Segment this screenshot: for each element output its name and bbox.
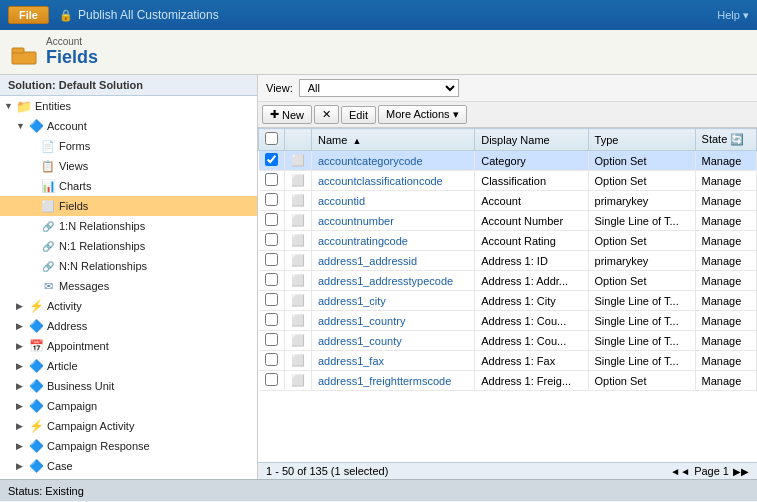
row-display-name: Account	[475, 191, 588, 211]
more-actions-button[interactable]: More Actions ▾	[378, 105, 467, 124]
row-checkbox[interactable]	[265, 253, 278, 266]
row-state: Manage	[695, 291, 756, 311]
page-text: Page 1	[694, 465, 729, 477]
expand-appointment: ▶	[16, 341, 28, 351]
range-text: 1 - 50 of 135 (1 selected)	[266, 465, 388, 477]
table-row[interactable]: ⬜accountidAccountprimarykeyManage	[259, 191, 757, 211]
row-field-name[interactable]: address1_freighttermscode	[312, 371, 475, 391]
edit-button[interactable]: Edit	[341, 106, 376, 124]
row-checkbox[interactable]	[265, 293, 278, 306]
sidebar-label-n1-rel: N:1 Relationships	[59, 240, 145, 252]
row-field-name[interactable]: address1_country	[312, 311, 475, 331]
row-checkbox[interactable]	[265, 313, 278, 326]
file-button[interactable]: File	[8, 6, 49, 24]
row-display-name: Category	[475, 151, 588, 171]
sidebar-item-fields[interactable]: ⬜ Fields	[0, 196, 257, 216]
sidebar-item-charts[interactable]: 📊 Charts	[0, 176, 257, 196]
sidebar-item-appointment[interactable]: ▶ 📅 Appointment	[0, 336, 257, 356]
sidebar-item-views[interactable]: 📋 Views	[0, 156, 257, 176]
sidebar-item-n1-rel[interactable]: 🔗 N:1 Relationships	[0, 236, 257, 256]
delete-button[interactable]: ✕	[314, 105, 339, 124]
table-row[interactable]: ⬜address1_countyAddress 1: Cou...Single …	[259, 331, 757, 351]
row-field-name[interactable]: accountclassificationcode	[312, 171, 475, 191]
breadcrumb: Account	[46, 36, 98, 47]
row-state: Manage	[695, 211, 756, 231]
header-texts: Account Fields	[46, 36, 98, 68]
col-state[interactable]: State 🔄	[695, 129, 756, 151]
row-field-name[interactable]: address1_city	[312, 291, 475, 311]
first-page-button[interactable]: ◄◄	[670, 466, 690, 477]
sidebar-item-case[interactable]: ▶ 🔷 Case	[0, 456, 257, 476]
table-row[interactable]: ⬜address1_addresstypecodeAddress 1: Addr…	[259, 271, 757, 291]
address-icon: 🔷	[28, 318, 44, 334]
sidebar-item-messages[interactable]: ✉ Messages	[0, 276, 257, 296]
row-checkbox[interactable]	[265, 233, 278, 246]
table-row[interactable]: ⬜address1_countryAddress 1: Cou...Single…	[259, 311, 757, 331]
row-icon: ⬜	[285, 331, 312, 351]
row-checkbox[interactable]	[265, 173, 278, 186]
row-icon: ⬜	[285, 171, 312, 191]
col-name[interactable]: Name ▲	[312, 129, 475, 151]
row-field-name[interactable]: address1_fax	[312, 351, 475, 371]
row-field-name[interactable]: accountcategorycode	[312, 151, 475, 171]
row-checkbox[interactable]	[265, 213, 278, 226]
sidebar-label-activity: Activity	[47, 300, 82, 312]
view-select[interactable]: All Custom System	[299, 79, 459, 97]
sidebar-item-campaign-response[interactable]: ▶ 🔷 Campaign Response	[0, 436, 257, 456]
table-row[interactable]: ⬜address1_addressidAddress 1: IDprimaryk…	[259, 251, 757, 271]
row-field-name[interactable]: accountnumber	[312, 211, 475, 231]
row-state: Manage	[695, 151, 756, 171]
pagination: ◄◄ Page 1 ▶▶	[670, 465, 749, 477]
sidebar-item-entities[interactable]: ▼ 📁 Entities	[0, 96, 257, 116]
select-all-checkbox[interactable]	[265, 132, 278, 145]
sidebar-item-case-resolution[interactable]: ▶ 🔷 Case Resolution	[0, 476, 257, 479]
expand-campaign-response: ▶	[16, 441, 28, 451]
sidebar-item-campaign-activity[interactable]: ▶ ⚡ Campaign Activity	[0, 416, 257, 436]
row-field-name[interactable]: address1_addresstypecode	[312, 271, 475, 291]
sidebar-item-nn-rel[interactable]: 🔗 N:N Relationships	[0, 256, 257, 276]
sidebar-item-address[interactable]: ▶ 🔷 Address	[0, 316, 257, 336]
row-field-name[interactable]: accountid	[312, 191, 475, 211]
row-checkbox[interactable]	[265, 333, 278, 346]
expand-business-unit: ▶	[16, 381, 28, 391]
row-field-name[interactable]: address1_county	[312, 331, 475, 351]
table-row[interactable]: ⬜address1_cityAddress 1: CitySingle Line…	[259, 291, 757, 311]
expand-campaign: ▶	[16, 401, 28, 411]
row-checkbox[interactable]	[265, 353, 278, 366]
row-checkbox[interactable]	[265, 373, 278, 386]
sidebar-item-article[interactable]: ▶ 🔷 Article	[0, 356, 257, 376]
refresh-icon[interactable]: 🔄	[730, 133, 744, 145]
sidebar-item-forms[interactable]: 📄 Forms	[0, 136, 257, 156]
table-row[interactable]: ⬜accountcategorycodeCategoryOption SetMa…	[259, 151, 757, 171]
sidebar-label-1n-rel: 1:N Relationships	[59, 220, 145, 232]
1n-icon: 🔗	[40, 218, 56, 234]
col-type[interactable]: Type	[588, 129, 695, 151]
table-row[interactable]: ⬜accountclassificationcodeClassification…	[259, 171, 757, 191]
row-checkbox[interactable]	[265, 153, 278, 166]
sidebar-item-campaign[interactable]: ▶ 🔷 Campaign	[0, 396, 257, 416]
sidebar-item-business-unit[interactable]: ▶ 🔷 Business Unit	[0, 376, 257, 396]
row-icon: ⬜	[285, 211, 312, 231]
new-button[interactable]: ✚ New	[262, 105, 312, 124]
col-check[interactable]	[259, 129, 285, 151]
row-display-name: Classification	[475, 171, 588, 191]
table-row[interactable]: ⬜accountnumberAccount NumberSingle Line …	[259, 211, 757, 231]
row-field-name[interactable]: address1_addressid	[312, 251, 475, 271]
sidebar-item-1n-rel[interactable]: 🔗 1:N Relationships	[0, 216, 257, 236]
header-icon	[10, 38, 38, 66]
sidebar-item-account[interactable]: ▼ 🔷 Account	[0, 116, 257, 136]
row-state: Manage	[695, 231, 756, 251]
row-field-name[interactable]: accountratingcode	[312, 231, 475, 251]
table-row[interactable]: ⬜accountratingcodeAccount RatingOption S…	[259, 231, 757, 251]
expand-activity: ▶	[16, 301, 28, 311]
table-row[interactable]: ⬜address1_faxAddress 1: FaxSingle Line o…	[259, 351, 757, 371]
help-button[interactable]: Help ▾	[717, 9, 749, 22]
row-icon: ⬜	[285, 191, 312, 211]
next-page-button[interactable]: ▶▶	[733, 466, 749, 477]
row-checkbox[interactable]	[265, 193, 278, 206]
table-row[interactable]: ⬜address1_freighttermscodeAddress 1: Fre…	[259, 371, 757, 391]
row-checkbox[interactable]	[265, 273, 278, 286]
col-display-name[interactable]: Display Name	[475, 129, 588, 151]
page-title: Fields	[46, 47, 98, 68]
sidebar-item-activity[interactable]: ▶ ⚡ Activity	[0, 296, 257, 316]
